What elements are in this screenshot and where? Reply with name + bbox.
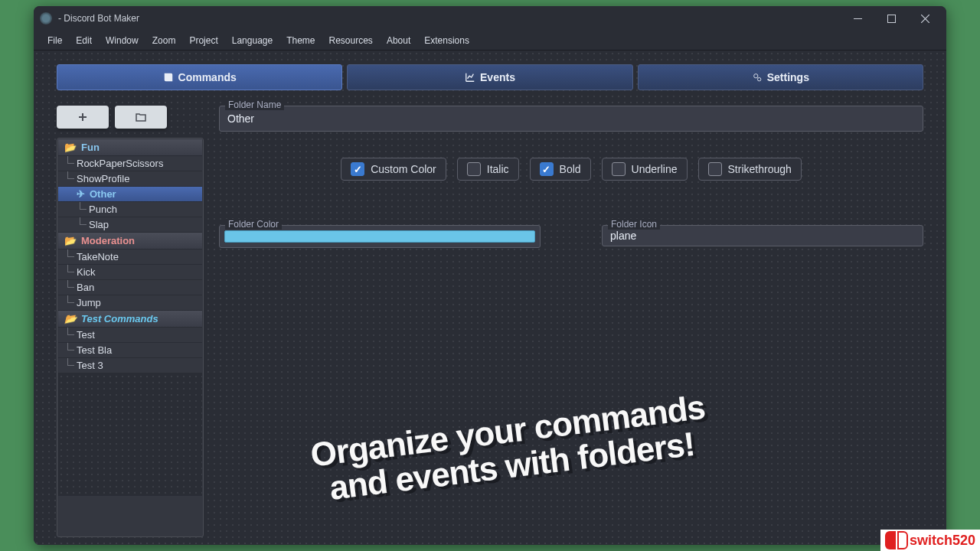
tree-item[interactable]: RockPaperScissors <box>58 156 202 171</box>
checkbox-icon <box>612 162 626 176</box>
maximize-button[interactable] <box>876 8 906 29</box>
sidebar: 📂Fun RockPaperScissors ShowProfile ✈Othe… <box>57 106 204 537</box>
checkbox-icon <box>351 162 364 176</box>
tree-item[interactable]: TakeNote <box>58 249 202 265</box>
folder-name-input[interactable] <box>219 106 923 132</box>
checkbox-underline[interactable]: Underline <box>602 158 688 181</box>
checkbox-icon <box>540 162 554 176</box>
tree-item[interactable]: ShowProfile <box>58 171 202 187</box>
menu-extensions[interactable]: Extensions <box>418 33 475 48</box>
tree-item[interactable]: Jump <box>58 295 202 311</box>
minimize-button[interactable] <box>842 8 873 29</box>
menu-theme[interactable]: Theme <box>280 33 321 48</box>
book-icon <box>163 72 174 83</box>
tree-empty-space <box>58 373 202 496</box>
folder-open-icon: 📂 <box>64 313 77 324</box>
folder-name-group: Folder Name <box>219 106 923 132</box>
svg-point-3 <box>757 77 760 80</box>
menu-language[interactable]: Language <box>226 33 279 48</box>
plane-icon: ✈ <box>77 188 85 200</box>
svg-rect-0 <box>854 18 862 19</box>
folder-color-swatch[interactable] <box>224 230 535 243</box>
main-tabs: Commands Events Settings <box>57 64 923 90</box>
menu-zoom[interactable]: Zoom <box>146 33 182 48</box>
window-controls <box>842 8 940 29</box>
sidebar-buttons <box>57 106 204 129</box>
checkbox-italic[interactable]: Italic <box>457 158 519 181</box>
checkbox-bold[interactable]: Bold <box>530 158 591 181</box>
tab-events[interactable]: Events <box>347 64 632 90</box>
tab-settings[interactable]: Settings <box>638 64 923 90</box>
tree-item[interactable]: Punch <box>58 202 202 217</box>
menubar: File Edit Window Zoom Project Language T… <box>34 31 946 51</box>
tree-item[interactable]: Slap <box>58 217 202 233</box>
tree-item[interactable]: Test Bla <box>58 343 202 358</box>
checkbox-strikethrough[interactable]: Strikethrough <box>698 158 802 181</box>
titlebar: - Discord Bot Maker <box>34 6 946 31</box>
switch-logo-right <box>897 531 908 549</box>
watermark: switch520 <box>880 530 980 551</box>
folder-color-group: Folder Color <box>219 225 541 248</box>
checkbox-icon <box>467 162 481 176</box>
svg-rect-1 <box>887 15 895 22</box>
folder-name-label: Folder Name <box>225 99 284 110</box>
tree-folder-fun[interactable]: 📂Fun <box>58 139 202 156</box>
folder-icon-group: Folder Icon <box>602 225 923 248</box>
tree-item[interactable]: Test <box>58 328 202 343</box>
color-icon-row: Folder Color Folder Icon <box>219 225 923 248</box>
watermark-text: switch520 <box>910 533 975 549</box>
tab-label: Settings <box>767 71 809 83</box>
switch-logo-left <box>885 531 896 549</box>
tab-label: Commands <box>178 71 237 83</box>
app-icon <box>40 12 52 24</box>
window-title: - Discord Bot Maker <box>58 13 842 24</box>
folder-open-icon: 📂 <box>64 142 77 153</box>
menu-edit[interactable]: Edit <box>70 33 98 48</box>
tab-label: Events <box>480 71 515 83</box>
command-tree[interactable]: 📂Fun RockPaperScissors ShowProfile ✈Othe… <box>57 138 204 537</box>
menu-project[interactable]: Project <box>183 33 224 48</box>
menu-resources[interactable]: Resources <box>323 33 379 48</box>
checkbox-icon <box>708 162 722 176</box>
menu-file[interactable]: File <box>41 33 68 48</box>
tree-folder-test[interactable]: 📂Test Commands <box>58 311 202 328</box>
tree-folder-moderation[interactable]: 📂Moderation <box>58 233 202 249</box>
chart-icon <box>465 72 475 83</box>
menu-about[interactable]: About <box>381 33 416 48</box>
tree-item[interactable]: Test 3 <box>58 358 202 373</box>
tab-commands[interactable]: Commands <box>57 64 342 90</box>
svg-point-2 <box>753 74 757 78</box>
main-area: 📂Fun RockPaperScissors ShowProfile ✈Othe… <box>57 106 923 537</box>
style-checkboxes: Custom Color Italic Bold Underline Strik… <box>219 158 923 181</box>
folder-button[interactable] <box>115 106 167 129</box>
gears-icon <box>752 72 763 83</box>
menu-window[interactable]: Window <box>100 33 145 48</box>
folder-open-icon: 📂 <box>64 235 77 246</box>
close-button[interactable] <box>910 8 940 29</box>
folder-color-label: Folder Color <box>225 219 282 230</box>
content-area: Commands Events Settings 📂Fun RockPaperS… <box>34 51 946 545</box>
app-window: - Discord Bot Maker File Edit Window Zoo… <box>34 6 946 545</box>
tree-folder-other[interactable]: ✈Other <box>58 187 202 202</box>
folder-editor: Folder Name Custom Color Italic Bold Und… <box>219 106 923 537</box>
add-button[interactable] <box>57 106 109 129</box>
tree-item[interactable]: Kick <box>58 265 202 280</box>
tree-item[interactable]: Ban <box>58 280 202 295</box>
checkbox-custom-color[interactable]: Custom Color <box>341 158 446 181</box>
folder-icon-label: Folder Icon <box>608 219 660 230</box>
